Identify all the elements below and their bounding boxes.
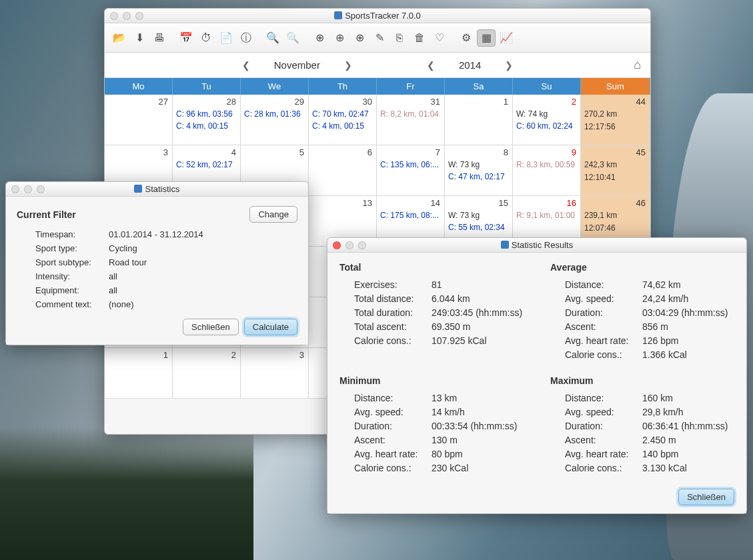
filter-row: Sport subtype:Road tour <box>35 257 297 267</box>
calendar-entry[interactable]: C: 28 km, 01:36 <box>244 108 305 120</box>
calendar-cell[interactable]: 27 <box>105 95 173 145</box>
calendar-entry[interactable]: C: 52 km, 02:17 <box>176 159 237 171</box>
calendar-cell[interactable]: 28C: 96 km, 03:56C: 4 km, 00:15 <box>173 95 241 145</box>
add-exercise-icon[interactable]: ⊕ <box>310 29 329 47</box>
prev-month-icon[interactable]: ❮ <box>238 60 254 71</box>
close-icon[interactable] <box>333 241 341 249</box>
close-icon[interactable] <box>11 185 19 193</box>
window-title: SportsTracker 7.0.0 <box>105 11 650 21</box>
window-title: Statistic Results <box>327 240 746 250</box>
calendar-cell[interactable]: 7C: 135 km, 06:... <box>377 145 445 196</box>
calendar-entry[interactable]: C: 60 km, 02:24 <box>516 120 577 132</box>
calendar-cell[interactable]: 8W: 73 kgC: 47 km, 02:17 <box>445 145 513 196</box>
res-titlebar[interactable]: Statistic Results <box>327 238 746 253</box>
filter-row: Sport type:Cycling <box>35 243 297 253</box>
next-month-icon[interactable]: ❯ <box>340 60 356 71</box>
result-row: Distance:74,62 km <box>565 279 734 290</box>
zoom-icon[interactable] <box>358 241 366 249</box>
calendar-cell[interactable]: 3 <box>241 348 309 399</box>
next-year-icon[interactable]: ❯ <box>501 60 517 71</box>
result-row: Avg. heart rate:80 bpm <box>354 449 524 459</box>
calendar-header: Su <box>513 78 581 95</box>
calendar-cell[interactable]: 6 <box>309 145 377 196</box>
home-icon[interactable]: ⌂ <box>634 58 641 72</box>
calendar-entry[interactable]: R: 8,3 km, 00:59 <box>516 159 577 171</box>
open-icon[interactable]: 📂 <box>110 29 129 47</box>
result-row: Avg. heart rate:126 bpm <box>565 335 734 346</box>
current-filter-heading: Current Filter <box>17 209 76 220</box>
section-heading: Total <box>339 262 524 273</box>
result-row: Duration:06:36:41 (hh:mm:ss) <box>565 421 734 431</box>
calendar-cell[interactable]: 1 <box>445 95 513 145</box>
add-note-icon[interactable]: ⊕ <box>330 29 349 47</box>
zoom-out-icon[interactable]: 🔍 <box>283 29 302 47</box>
settings-icon[interactable]: ⚙ <box>457 29 476 47</box>
result-row: Distance:13 km <box>354 393 524 403</box>
calendar-cell[interactable]: 2 <box>173 348 241 399</box>
calendar-entry[interactable]: C: 135 km, 06:... <box>380 159 441 171</box>
print-icon[interactable]: 🖶 <box>150 29 169 47</box>
calendar-entry[interactable]: C: 4 km, 00:15 <box>312 120 373 132</box>
calendar-icon[interactable]: 📅 <box>177 29 195 47</box>
calendar-cell[interactable]: 2W: 74 kgC: 60 km, 02:24 <box>513 95 581 145</box>
info-icon[interactable]: ⓘ <box>237 29 255 47</box>
zoom-in-icon[interactable]: 🔍 <box>263 29 282 47</box>
window-title: Statistics <box>6 184 308 194</box>
calendar-sum-cell: 44270,2 km12:17:56 <box>581 95 650 145</box>
prev-year-icon[interactable]: ❮ <box>423 60 439 71</box>
calendar-entry[interactable]: R: 8,2 km, 01:04 <box>380 108 441 120</box>
calendar-entry[interactable]: R: 9,1 km, 01:00 <box>516 209 577 221</box>
calendar-entry[interactable]: W: 73 kg <box>448 209 509 221</box>
result-row: Calorie cons.:1.366 kCal <box>565 349 734 360</box>
change-button[interactable]: Change <box>249 206 297 223</box>
heart-icon[interactable]: ♡ <box>430 29 449 47</box>
calculate-button[interactable]: Calculate <box>244 319 297 335</box>
edit-icon[interactable]: ✎ <box>370 29 389 47</box>
filter-row: Equipment:all <box>35 285 297 295</box>
note-icon[interactable]: 📄 <box>217 29 235 47</box>
add-weight-icon[interactable]: ⊕ <box>350 29 369 47</box>
result-row: Exercises:81 <box>354 279 524 290</box>
close-button[interactable]: Schließen <box>183 319 239 335</box>
filter-row: Intensity:all <box>35 271 297 281</box>
result-row: Duration:00:33:54 (hh:mm:ss) <box>354 421 524 431</box>
result-row: Avg. speed:24,24 km/h <box>565 293 734 304</box>
minimize-icon[interactable] <box>123 12 131 20</box>
calendar-entry[interactable]: W: 73 kg <box>448 159 509 171</box>
save-icon[interactable]: ⬇ <box>130 29 149 47</box>
close-icon[interactable] <box>110 12 118 20</box>
calendar-entry[interactable]: C: 55 km, 02:34 <box>448 221 509 233</box>
calendar-cell[interactable]: 31R: 8,2 km, 01:04 <box>377 95 445 145</box>
calendar-header: Fr <box>377 78 445 95</box>
calendar-entry[interactable]: C: 4 km, 00:15 <box>176 120 237 132</box>
calendar-cell[interactable]: 9R: 8,3 km, 00:59 <box>513 145 581 196</box>
result-row: Distance:160 km <box>565 393 734 403</box>
calendar-entry[interactable]: W: 74 kg <box>516 108 577 120</box>
close-button[interactable]: Schließen <box>678 489 734 505</box>
minimize-icon[interactable] <box>24 185 32 193</box>
stat-titlebar[interactable]: Statistics <box>6 182 308 197</box>
copy-icon[interactable]: ⎘ <box>390 29 409 47</box>
section-heading: Minimum <box>339 375 524 386</box>
delete-icon[interactable]: 🗑 <box>410 29 429 47</box>
stopwatch-icon[interactable]: ⏱ <box>197 29 215 47</box>
calendar-entry[interactable]: C: 70 km, 02:47 <box>312 108 373 120</box>
result-row: Ascent:2.450 m <box>565 435 734 445</box>
calendar-header: Mo <box>105 78 173 95</box>
result-row: Duration:03:04:29 (hh:mm:ss) <box>565 307 734 318</box>
zoom-icon[interactable] <box>135 12 143 20</box>
calendar-cell[interactable]: 30C: 70 km, 02:47C: 4 km, 00:15 <box>309 95 377 145</box>
calendar-entry[interactable]: C: 96 km, 03:56 <box>176 108 237 120</box>
result-row: Total distance:6.044 km <box>354 293 524 304</box>
result-row: Avg. speed:29,8 km/h <box>565 407 734 417</box>
calendar-entry[interactable]: C: 175 km, 08:... <box>380 209 441 221</box>
main-titlebar[interactable]: SportsTracker 7.0.0 <box>105 9 650 23</box>
calendar-cell[interactable]: 29C: 28 km, 01:36 <box>241 95 309 145</box>
calendar-cell[interactable]: 1 <box>105 348 173 399</box>
calendar-entry[interactable]: C: 47 km, 02:17 <box>448 171 509 183</box>
result-row: Ascent:856 m <box>565 321 734 332</box>
chart-view-icon[interactable]: 📈 <box>497 29 516 47</box>
calendar-view-icon[interactable]: ▦ <box>477 29 496 47</box>
zoom-icon[interactable] <box>37 185 45 193</box>
minimize-icon[interactable] <box>345 241 353 249</box>
